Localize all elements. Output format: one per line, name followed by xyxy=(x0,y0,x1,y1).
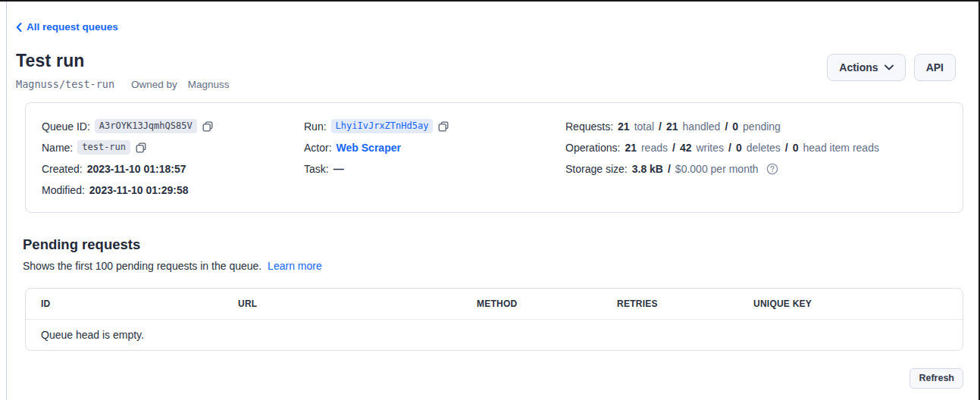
table-footer: Refresh xyxy=(16,368,963,389)
separator: / xyxy=(659,120,662,133)
back-link-label: All request queues xyxy=(27,21,118,33)
operations-deletes-word: deletes xyxy=(747,142,781,154)
refresh-button-label: Refresh xyxy=(919,373,954,383)
operations-row: Operations: 21 reads / 42 writes / 0 del… xyxy=(565,137,947,158)
operations-reads: 21 xyxy=(625,142,637,154)
api-button[interactable]: API xyxy=(914,54,956,81)
modified-label: Modified: xyxy=(42,184,85,196)
operations-head-reads-word: head item reads xyxy=(803,142,879,154)
requests-row: Requests: 21 total / 21 handled / 0 pend… xyxy=(565,116,947,137)
actions-button-label: Actions xyxy=(839,61,878,73)
separator: / xyxy=(785,142,788,154)
empty-state-message: Queue head is empty. xyxy=(26,320,963,350)
copy-icon[interactable] xyxy=(438,121,449,132)
storage-size-label: Storage size: xyxy=(565,163,628,175)
operations-writes-word: writes xyxy=(696,142,724,154)
overview-column-origin: Run: LhyiIvJrxZTnHd5ay Actor: Web Scrape… xyxy=(304,116,565,180)
task-value: — xyxy=(333,163,344,175)
column-header-url: URL xyxy=(238,298,477,309)
pending-requests-table: ID URL METHOD RETRIES UNIQUE KEY Queue h… xyxy=(25,288,963,351)
requests-label: Requests: xyxy=(565,120,613,133)
column-header-retries: RETRIES xyxy=(617,298,753,309)
back-to-all-request-queues-link[interactable]: All request queues xyxy=(16,21,118,33)
separator: / xyxy=(672,142,675,154)
created-row: Created: 2023-11-10 01:18:57 xyxy=(42,158,304,180)
column-header-method: METHOD xyxy=(477,298,617,309)
api-button-label: API xyxy=(926,61,944,73)
owned-by-label: Owned by xyxy=(131,79,177,90)
storage-row: Storage size: 3.8 kB / $0.000 per month xyxy=(565,158,947,180)
created-value: 2023-11-10 01:18:57 xyxy=(87,163,186,175)
requests-handled-word: handled xyxy=(683,120,721,133)
queue-id-label: Queue ID: xyxy=(42,120,90,133)
copy-icon[interactable] xyxy=(136,142,146,153)
task-row: Task: — xyxy=(304,158,565,180)
operations-deletes: 0 xyxy=(736,142,742,154)
learn-more-link[interactable]: Learn more xyxy=(268,260,322,272)
task-label: Task: xyxy=(304,163,329,175)
run-label: Run: xyxy=(304,120,327,133)
operations-label: Operations: xyxy=(565,142,620,154)
operations-head-reads: 0 xyxy=(793,142,799,154)
overview-column-identity: Queue ID: A3rOYK13JqmhQS85V Name: test-r… xyxy=(42,116,304,201)
operations-writes: 42 xyxy=(680,142,692,154)
requests-total: 21 xyxy=(618,120,630,133)
queue-full-name: Magnuss/test-run xyxy=(16,78,114,90)
requests-total-word: total xyxy=(634,120,654,133)
modified-value: 2023-11-10 01:29:58 xyxy=(89,184,189,196)
question-circle-icon[interactable] xyxy=(766,163,778,175)
owner-name: Magnuss xyxy=(188,79,230,90)
actor-label: Actor: xyxy=(304,142,332,154)
actor-row: Actor: Web Scraper xyxy=(304,137,565,158)
page-title: Test run xyxy=(16,51,963,71)
name-value: test-run xyxy=(77,140,130,155)
header-buttons: Actions API xyxy=(827,54,956,81)
name-label: Name: xyxy=(42,142,73,154)
run-id-link[interactable]: LhyiIvJrxZTnHd5ay xyxy=(331,119,434,133)
created-label: Created: xyxy=(42,163,83,175)
refresh-button[interactable]: Refresh xyxy=(910,368,963,389)
separator: / xyxy=(728,142,731,154)
page-subtitle: Magnuss/test-run Owned by Magnuss xyxy=(16,78,963,90)
pending-requests-description: Shows the first 100 pending requests in … xyxy=(23,260,963,272)
chevron-down-icon xyxy=(885,64,894,70)
copy-icon[interactable] xyxy=(202,121,213,132)
table-header-row: ID URL METHOD RETRIES UNIQUE KEY xyxy=(26,289,963,320)
queue-overview-card: Queue ID: A3rOYK13JqmhQS85V Name: test-r… xyxy=(25,102,963,213)
window-left-edge xyxy=(6,2,7,400)
queue-id-value: A3rOYK13JqmhQS85V xyxy=(95,119,197,133)
pending-requests-title: Pending requests xyxy=(23,236,963,253)
name-row: Name: test-run xyxy=(42,137,304,158)
column-header-unique-key: UNIQUE KEY xyxy=(753,298,947,309)
pending-requests-description-text: Shows the first 100 pending requests in … xyxy=(23,260,261,272)
page-header: Test run Magnuss/test-run Owned by Magnu… xyxy=(16,51,963,90)
operations-reads-word: reads xyxy=(641,142,668,154)
separator: / xyxy=(725,120,728,133)
run-row: Run: LhyiIvJrxZTnHd5ay xyxy=(304,116,565,137)
requests-handled: 21 xyxy=(666,120,678,133)
overview-column-stats: Requests: 21 total / 21 handled / 0 pend… xyxy=(565,116,947,180)
actions-button[interactable]: Actions xyxy=(827,54,905,81)
chevron-left-icon xyxy=(16,23,22,32)
request-queue-detail-page: All request queues Test run Magnuss/test… xyxy=(16,2,963,389)
queue-id-row: Queue ID: A3rOYK13JqmhQS85V xyxy=(42,116,304,137)
modified-row: Modified: 2023-11-10 01:29:58 xyxy=(42,180,304,201)
requests-pending: 0 xyxy=(732,120,738,133)
column-header-id: ID xyxy=(41,298,238,309)
storage-cost-value: $0.000 per month xyxy=(675,163,759,175)
actor-link[interactable]: Web Scraper xyxy=(337,142,401,154)
storage-size-value: 3.8 kB xyxy=(632,163,663,175)
separator: / xyxy=(668,163,671,175)
requests-pending-word: pending xyxy=(743,120,781,133)
